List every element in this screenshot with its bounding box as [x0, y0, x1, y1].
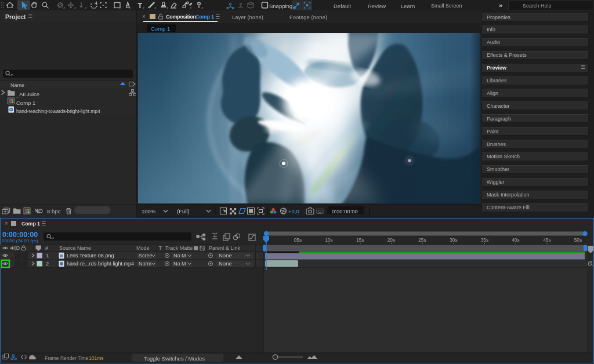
svg-text:1: 1 — [46, 252, 49, 259]
svg-text:Parent & Link: Parent & Link — [209, 245, 241, 251]
svg-text:None: None — [219, 252, 232, 259]
svg-text:Lens Texture 08.png: Lens Texture 08.png — [67, 253, 114, 259]
svg-text:Track Matte: Track Matte — [165, 245, 193, 251]
svg-text:45s: 45s — [543, 237, 551, 243]
svg-text:Source Name: Source Name — [59, 245, 91, 251]
svg-text:None: None — [219, 260, 232, 267]
svg-text:Norm: Norm — [139, 261, 151, 267]
svg-text:25s: 25s — [418, 237, 426, 243]
svg-text:20s: 20s — [387, 237, 396, 243]
svg-text:T: T — [138, 2, 143, 10]
svg-text:15s: 15s — [356, 237, 364, 243]
svg-text:05s: 05s — [294, 237, 302, 243]
svg-text:50s: 50s — [574, 237, 582, 243]
svg-text:2: 2 — [46, 260, 49, 267]
svg-text:40s: 40s — [512, 237, 520, 243]
svg-text:30s: 30s — [450, 237, 458, 243]
svg-text:35s: 35s — [481, 237, 489, 243]
svg-text:No M: No M — [173, 253, 186, 259]
svg-text:10s: 10s — [325, 237, 333, 243]
svg-text:hand-re...rds-bright-light.mp4: hand-re...rds-bright-light.mp4 — [67, 261, 134, 267]
svg-text:Mode: Mode — [136, 245, 150, 251]
svg-text:Scree: Scree — [139, 253, 153, 259]
svg-text:T: T — [159, 245, 162, 251]
svg-text:No M: No M — [173, 261, 186, 267]
svg-text:#: # — [45, 245, 48, 251]
